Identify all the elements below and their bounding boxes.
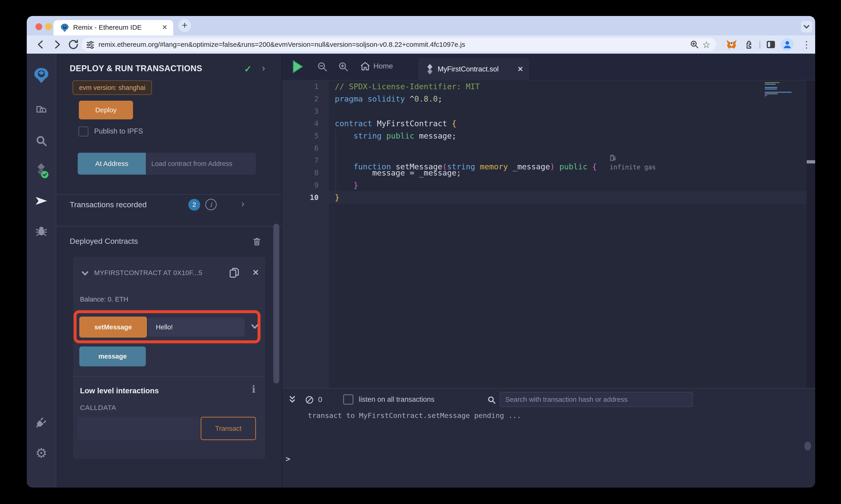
card-divider <box>73 376 265 377</box>
metamask-icon[interactable] <box>726 39 737 50</box>
contract-header-row[interactable]: MYFIRSTCONTRACT AT 0X10F...5 × <box>73 266 265 281</box>
expand-params-chevron-icon[interactable] <box>250 321 260 332</box>
line-number: 10 <box>282 191 329 204</box>
line-number: 6 <box>282 142 329 154</box>
editor-scrollbar-thumb[interactable] <box>807 160 815 163</box>
code-line[interactable]: // SPDX-License-Identifier: MIT <box>329 80 806 93</box>
gutter: 12345678910 <box>282 80 329 388</box>
message-getter-button[interactable]: message <box>79 346 146 366</box>
code-lines[interactable]: // SPDX-License-Identifier: MITpragma so… <box>329 80 806 204</box>
minimap[interactable] <box>763 82 797 178</box>
panel-divider <box>56 226 281 227</box>
zoom-page-icon[interactable] <box>689 39 700 50</box>
browser-tabstrip: Remix - Ethereum IDE × + <box>27 16 815 35</box>
deploy-button[interactable]: Deploy <box>79 101 133 120</box>
zoom-in-icon[interactable] <box>338 61 349 73</box>
code-line[interactable]: } <box>329 179 806 191</box>
panel-divider <box>56 194 281 195</box>
code-editor[interactable]: 12345678910 // SPDX-License-Identifier: … <box>282 80 815 388</box>
sidebar-toggle-icon[interactable] <box>765 39 776 50</box>
tab-file-close-icon[interactable]: × <box>518 58 523 79</box>
terminal-search-input[interactable] <box>500 392 693 407</box>
line-number: 1 <box>282 80 329 93</box>
extensions-icon[interactable] <box>743 39 754 50</box>
url-bar[interactable]: remix.ethereum.org/#lang=en&optimize=fal… <box>82 38 716 51</box>
minimap-line <box>765 89 777 89</box>
transactions-chevron-icon[interactable]: › <box>241 199 244 209</box>
toolbar-separator <box>759 41 760 49</box>
code-line[interactable]: function setMessage(string memory _messa… <box>329 154 806 167</box>
panel-check-icon: ✓ <box>244 64 252 74</box>
panel-scrollbar[interactable] <box>273 224 279 383</box>
at-address-input[interactable] <box>146 153 256 175</box>
calldata-label: CALLDATA <box>80 404 116 412</box>
profile-avatar[interactable] <box>781 38 794 51</box>
transact-button[interactable]: Transact <box>201 417 256 440</box>
panel-title: DEPLOY & RUN TRANSACTIONS <box>70 64 202 73</box>
set-message-button[interactable]: setMessage <box>79 317 147 338</box>
url-text[interactable]: remix.ethereum.org/#lang=en&optimize=fal… <box>99 38 465 51</box>
code-line[interactable] <box>329 142 806 154</box>
zoom-out-icon[interactable] <box>316 61 328 73</box>
tab-file-active[interactable]: MyFirstContract.sol × <box>419 58 529 80</box>
debugger-icon[interactable] <box>35 224 48 238</box>
minimap-line <box>765 92 792 93</box>
clear-console-icon[interactable] <box>304 395 314 405</box>
low-level-info-icon[interactable]: i <box>252 384 256 395</box>
reload-icon[interactable] <box>67 39 79 51</box>
run-script-icon[interactable] <box>291 59 304 74</box>
deployed-contracts-title: Deployed Contracts <box>70 237 138 246</box>
code-line[interactable]: string public message; <box>329 130 806 142</box>
new-tab-button[interactable]: + <box>178 19 191 32</box>
tab-close-icon[interactable]: × <box>162 20 167 34</box>
tab-file-label[interactable]: MyFirstContract.sol <box>437 58 499 80</box>
minimap-line <box>765 87 777 88</box>
contract-name-label: MYFIRSTCONTRACT AT 0X10F...5 <box>94 269 222 277</box>
back-icon[interactable] <box>35 39 47 51</box>
minimize-window-button[interactable] <box>45 23 52 30</box>
site-settings-icon[interactable] <box>85 39 95 50</box>
code-line[interactable]: pragma solidity ^0.8.0; <box>329 93 806 105</box>
tab-search-chevron-icon[interactable] <box>801 21 812 32</box>
tab-home[interactable]: Home <box>359 60 371 73</box>
editor-scrollbar-track[interactable] <box>806 80 815 388</box>
listen-all-checkbox[interactable] <box>343 394 353 404</box>
bookmark-star-icon[interactable]: ☆ <box>702 39 713 50</box>
forward-icon[interactable] <box>51 39 63 51</box>
tab-home-label[interactable]: Home <box>374 62 393 70</box>
balance-label: Balance: 0. ETH <box>80 295 128 303</box>
gas-annotation-label: infinite gas <box>610 163 656 171</box>
at-address-button[interactable]: At Address <box>78 153 146 175</box>
terminal-log-line: transact to MyFirstContract.setMessage p… <box>308 411 521 419</box>
copy-address-icon[interactable] <box>228 266 241 279</box>
listen-all-label: listen on all transactions <box>359 395 434 403</box>
close-window-button[interactable] <box>35 23 42 30</box>
browser-tab[interactable]: Remix - Ethereum IDE × <box>53 20 173 35</box>
contract-collapse-chevron-icon[interactable] <box>80 268 90 278</box>
calldata-input[interactable] <box>78 417 200 440</box>
panel-chevron-icon[interactable]: › <box>262 63 265 73</box>
settings-gear-icon[interactable]: ⚙ <box>35 445 47 461</box>
solidity-compiler-icon[interactable] <box>34 163 49 179</box>
code-line[interactable]: contract MyFirstContract { <box>329 117 806 130</box>
line-number: 7 <box>282 154 329 167</box>
search-icon[interactable] <box>35 134 48 148</box>
publish-ipfs-checkbox[interactable] <box>79 126 88 137</box>
terminal-prompt[interactable]: > <box>286 454 290 463</box>
terminal-collapse-icon[interactable] <box>287 395 297 405</box>
set-message-input[interactable] <box>148 318 244 337</box>
terminal-scrollbar-thumb[interactable] <box>804 442 811 450</box>
plugin-manager-icon[interactable] <box>35 415 48 429</box>
trash-icon[interactable] <box>252 236 262 247</box>
deploy-run-icon[interactable] <box>34 194 49 208</box>
line-number: 9 <box>282 179 329 191</box>
remix-logo-icon[interactable] <box>33 67 50 84</box>
transactions-info-icon[interactable]: i <box>205 199 217 210</box>
minimap-line <box>765 95 767 96</box>
contract-close-icon[interactable]: × <box>253 266 259 279</box>
file-explorer-icon[interactable] <box>35 104 48 118</box>
evm-version-badge: evm version: shanghai <box>72 80 152 95</box>
code-line[interactable] <box>329 105 806 117</box>
browser-menu-icon[interactable]: ⋮ <box>802 38 811 51</box>
code-line[interactable]: } <box>329 191 806 204</box>
